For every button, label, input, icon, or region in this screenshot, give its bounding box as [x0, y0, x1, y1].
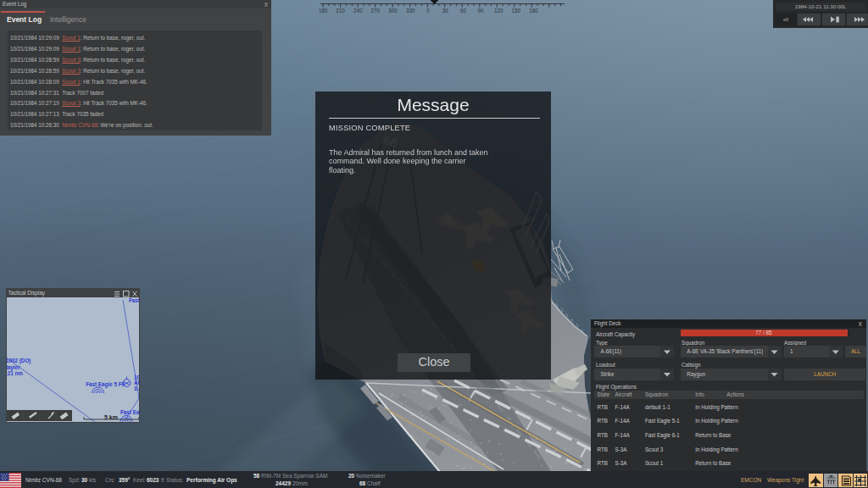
svg-text:5 km: 5 km: [104, 414, 118, 420]
svg-text:3.4: 3.4: [134, 385, 139, 391]
svg-text:Fast Eagle: Fast Eagle: [120, 409, 139, 416]
svg-text:.21 nm: .21 nm: [7, 370, 23, 376]
svg-text:Fast: Fast: [129, 297, 139, 303]
svg-text:Fast Eagle 5 Fli: Fast Eagle 5 Fli: [86, 381, 125, 388]
